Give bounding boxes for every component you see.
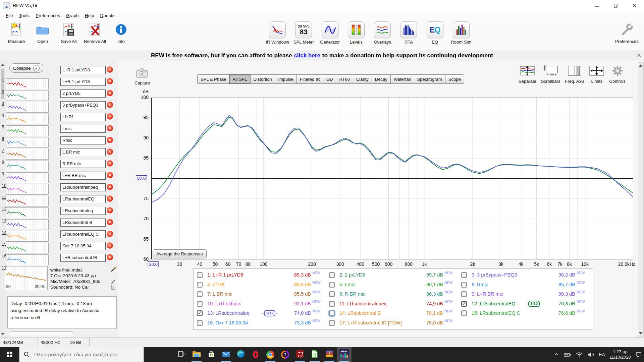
measurement-thumbnail[interactable] (6, 243, 49, 253)
legend-checkbox[interactable] (197, 320, 203, 326)
graph-tool-separate[interactable]: Separate (519, 65, 536, 84)
measurement-thumbnail[interactable] (6, 78, 49, 89)
measurement-name-field[interactable]: Οκτ 7 18:05:34 (60, 242, 106, 250)
delete-measurement-button[interactable] (107, 90, 113, 96)
measurement-thumbnail[interactable] (6, 219, 49, 230)
taskbar-app-ms-store[interactable] (204, 347, 219, 362)
toolbar-button-measure[interactable]: Measure (3, 21, 30, 44)
measurement-name-field[interactable]: LRsubcentralEQ C (60, 230, 106, 238)
toolbar-button-eq[interactable]: EQEQ (422, 21, 448, 45)
taskbar-app-edge[interactable] (233, 347, 248, 362)
power-icon[interactable] (564, 352, 571, 358)
measurement-name-field[interactable]: 3 prBypass+PEQ3 (60, 101, 106, 109)
scroll-up-icon[interactable] (639, 64, 642, 67)
toolbar-button-levels[interactable]: 0369Levels (343, 21, 369, 45)
graph-tool-limits[interactable]: Limits (589, 65, 604, 84)
measurement-name-field[interactable]: R BR mic (60, 160, 106, 168)
taskbar-app-rew[interactable]: REW (337, 347, 352, 362)
measurement-name-field[interactable]: LRsubcentralnoeq (60, 183, 106, 191)
taskbar-app-opera[interactable] (248, 347, 263, 362)
tab-filtered-ir[interactable]: Filtered IR (297, 74, 323, 84)
menu-help[interactable]: Help (82, 12, 97, 19)
tab-scope[interactable]: Scope (445, 74, 464, 84)
delete-measurement-button[interactable] (107, 102, 113, 108)
taskbar-search[interactable] (19, 347, 144, 362)
toolbar-button-open[interactable]: Open (30, 21, 56, 44)
taskbar-app-task-view[interactable] (174, 347, 189, 362)
tab-distortion[interactable]: Distortion (250, 74, 275, 84)
legend-checkbox[interactable] (197, 301, 203, 307)
measurement-name-field[interactable]: LRsubcentraleq (60, 207, 106, 215)
scroll-down-icon[interactable] (1, 333, 4, 335)
language-indicator[interactable]: ΕΛ (599, 352, 605, 357)
tab-spl-phase[interactable]: SPL & Phase (197, 74, 229, 84)
toolbar-button-roomsim[interactable]: Room Sim (448, 21, 474, 45)
mic-cal-brush-icon[interactable] (111, 267, 116, 272)
toolbar-button-overlays[interactable]: Overlays (369, 21, 395, 45)
taskbar-app-winrar[interactable] (322, 347, 337, 362)
measurement-thumbnail[interactable] (6, 254, 49, 265)
legend-checkbox[interactable] (461, 282, 467, 288)
graph-scrollbar[interactable] (638, 62, 644, 337)
legend-checkbox[interactable] (329, 272, 335, 278)
scrollbar-thumb[interactable] (1, 69, 4, 99)
average-responses-button[interactable]: Average the Responses (153, 249, 207, 258)
collapse-button[interactable]: Collapse (9, 63, 43, 73)
graph-tool-freqaxis[interactable]: Freq. Axis (565, 65, 585, 84)
measurement-thumbnail[interactable] (6, 172, 49, 183)
legend-checkbox[interactable] (329, 291, 335, 297)
tab-all-spl[interactable]: All SPL (229, 74, 250, 84)
scroll-down-icon[interactable] (639, 332, 642, 335)
legend-checkbox[interactable] (197, 291, 203, 297)
delete-measurement-button[interactable] (107, 160, 113, 167)
legend-checkbox[interactable] (197, 282, 203, 288)
delete-measurement-button[interactable] (107, 113, 113, 120)
legend-checkbox[interactable] (329, 301, 335, 307)
menu-file[interactable]: File (3, 12, 16, 19)
measurement-name-field[interactable]: LRsubcentralEQ (60, 195, 106, 203)
delete-measurement-button[interactable] (107, 254, 113, 260)
legend-checkbox[interactable] (329, 320, 335, 326)
tab-gd[interactable]: GD (323, 74, 336, 84)
measurement-name-field[interactable]: 2 prLYD5 (60, 89, 106, 98)
spl-plot[interactable] (151, 98, 633, 259)
delete-measurement-button[interactable] (107, 66, 113, 73)
measurement-thumbnail[interactable] (6, 196, 49, 206)
toolbar-button-irwindows[interactable]: IR Windows (264, 21, 290, 45)
measurement-name-field[interactable]: Lf+Rf (60, 113, 106, 121)
delete-measurement-button[interactable] (107, 78, 113, 84)
delete-measurement-button[interactable] (107, 207, 113, 214)
delete-measurement-button[interactable] (107, 148, 113, 155)
measurement-thumbnail[interactable] (6, 125, 49, 136)
delete-measurement-button[interactable] (107, 219, 113, 225)
clock[interactable]: 1:27 μμ11/10/2020 (609, 349, 631, 360)
graph-tool-scrollbars[interactable]: Scrollbars (541, 65, 560, 84)
legend-checkbox[interactable] (329, 282, 335, 288)
taskbar-app-libreoffice[interactable] (307, 347, 322, 362)
tab-clarity[interactable]: Clarity (353, 74, 372, 84)
measurement-name-field[interactable]: L+R 1 prLYD8 (60, 66, 106, 74)
capture-button[interactable]: Capture (133, 68, 151, 85)
delete-measurement-button[interactable] (107, 137, 113, 143)
search-input[interactable] (34, 351, 136, 358)
scroll-up-icon[interactable] (1, 64, 4, 66)
delete-measurement-button[interactable] (107, 125, 113, 131)
taskbar-app-chrome[interactable] (263, 347, 278, 362)
minimize-button[interactable] (588, 0, 606, 11)
delete-measurement-button[interactable] (107, 172, 113, 178)
taskbar-app-avast-browser[interactable] (278, 347, 292, 362)
measurement-name-field[interactable]: Lmic (60, 125, 106, 133)
measurement-name-field[interactable]: L+R 1 prLYD8 (60, 78, 106, 86)
legend-checkbox[interactable] (461, 301, 467, 307)
toolbar-button-saveall[interactable]: Save All (56, 21, 82, 44)
measurement-thumbnail[interactable] (6, 207, 49, 218)
menu-preferences[interactable]: Preferences (33, 12, 63, 19)
legend-checkbox[interactable] (197, 310, 203, 316)
delete-measurement-button[interactable] (107, 195, 113, 202)
hidden-icons-chevron[interactable] (553, 352, 559, 358)
delete-measurement-button[interactable] (107, 231, 113, 237)
measurement-name-field[interactable]: Rmic (60, 136, 106, 144)
measurement-thumbnail[interactable] (6, 184, 49, 195)
measurement-thumbnail[interactable] (6, 137, 49, 148)
restore-button[interactable] (606, 0, 625, 11)
